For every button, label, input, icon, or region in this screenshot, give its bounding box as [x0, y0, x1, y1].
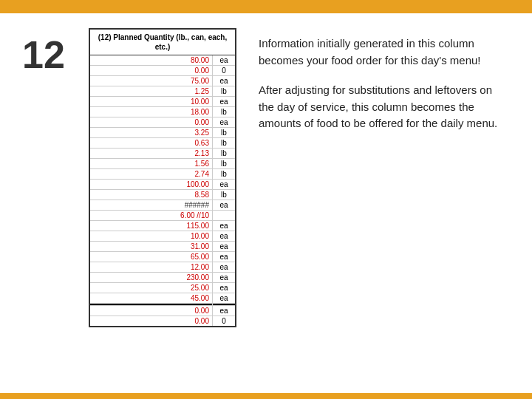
cell-unit: ea	[213, 273, 235, 282]
cell-number: 0.00	[90, 316, 213, 326]
cell-number: 0.00	[90, 117, 213, 127]
table-row: 3.25lb	[90, 128, 235, 138]
cell-number: 3.25	[90, 128, 213, 137]
text-panel: Information initially generated in this …	[259, 28, 510, 146]
cell-number: 31.00	[90, 242, 213, 251]
paragraph-2: After adjusting for substitutions and le…	[259, 82, 510, 132]
cell-unit	[213, 304, 235, 305]
table-row: 31.00ea	[90, 242, 235, 252]
table-row: 8.58lb	[90, 190, 235, 200]
cell-number: 10.00	[90, 97, 213, 106]
cell-number: 0.63	[90, 138, 213, 148]
table-row: 0.00ea	[90, 306, 235, 316]
cell-number: 1.56	[90, 159, 213, 168]
cell-unit: ea	[213, 55, 235, 65]
cell-unit: ea	[213, 252, 235, 262]
cell-number: 0.00	[90, 306, 213, 316]
cell-unit: ea	[213, 306, 235, 316]
table-row: ######ea	[90, 200, 235, 211]
cell-number: 45.00	[90, 293, 213, 303]
table-row: 25.00ea	[90, 283, 235, 293]
table-row: 0.63lb	[90, 138, 235, 149]
cell-number: 2.13	[90, 149, 213, 158]
cell-unit: ea	[213, 76, 235, 86]
paragraph-1: Information initially generated in this …	[259, 35, 510, 69]
table-row: 6.00 //10	[90, 211, 235, 221]
cell-unit: ea	[213, 97, 235, 106]
table-row: 2.74lb	[90, 169, 235, 180]
table-row: 12.00ea	[90, 262, 235, 273]
cell-unit: ea	[213, 242, 235, 251]
table-row: 0.000	[90, 316, 235, 326]
top-bar	[0, 0, 532, 13]
cell-number: 115.00	[90, 221, 213, 231]
main-content: 12 (12) Planned Quantity (lb., can, each…	[0, 13, 532, 342]
table-row: 10.00ea	[90, 97, 235, 107]
table-row: 1.56lb	[90, 159, 235, 169]
slide-number: 12	[22, 35, 66, 74]
table-row: 1.25lb	[90, 86, 235, 97]
cell-unit: lb	[213, 190, 235, 200]
table-row: 100.00ea	[90, 180, 235, 190]
data-table: (12) Planned Quantity (lb., can, each, e…	[89, 28, 236, 327]
cell-number: 8.58	[90, 190, 213, 200]
table-row: 80.00ea	[90, 55, 235, 66]
table-row: 10.00ea	[90, 231, 235, 242]
table-row: 18.00lb	[90, 107, 235, 117]
table-row: 2.13lb	[90, 149, 235, 159]
cell-unit: ea	[213, 283, 235, 293]
table-row: 115.00ea	[90, 221, 235, 231]
table-row: 65.00ea	[90, 252, 235, 262]
cell-number: 10.00	[90, 231, 213, 241]
cell-number: 18.00	[90, 107, 213, 117]
cell-unit: 0	[213, 66, 235, 75]
cell-unit: ea	[213, 200, 235, 210]
cell-unit: lb	[213, 128, 235, 137]
cell-number: 80.00	[90, 55, 213, 65]
cell-number: 100.00	[90, 180, 213, 189]
cell-unit: ea	[213, 180, 235, 189]
bottom-bar	[0, 393, 532, 399]
table-row: 75.00ea	[90, 76, 235, 86]
cell-unit: ea	[213, 117, 235, 127]
cell-unit	[213, 211, 235, 220]
cell-number: 65.00	[90, 252, 213, 262]
cell-number: 6.00 //10	[90, 211, 213, 220]
cell-number: ######	[90, 200, 213, 210]
cell-number	[90, 304, 213, 305]
table-row: 0.000	[90, 66, 235, 76]
cell-unit: ea	[213, 262, 235, 272]
cell-unit: ea	[213, 221, 235, 231]
cell-number: 75.00	[90, 76, 213, 86]
cell-number: 230.00	[90, 273, 213, 282]
cell-unit: ea	[213, 231, 235, 241]
cell-unit: lb	[213, 107, 235, 117]
cell-unit: ea	[213, 293, 235, 303]
cell-unit: lb	[213, 138, 235, 148]
cell-unit: lb	[213, 159, 235, 168]
cell-unit: 0	[213, 316, 235, 326]
cell-number: 12.00	[90, 262, 213, 272]
cell-number: 0.00	[90, 66, 213, 75]
table-header: (12) Planned Quantity (lb., can, each, e…	[90, 30, 235, 55]
cell-number: 25.00	[90, 283, 213, 293]
table-row: 230.00ea	[90, 273, 235, 283]
cell-unit: lb	[213, 86, 235, 96]
cell-unit: lb	[213, 169, 235, 179]
table-row: 45.00ea	[90, 293, 235, 304]
cell-number: 2.74	[90, 169, 213, 179]
table-row: 0.00ea	[90, 117, 235, 128]
cell-number: 1.25	[90, 86, 213, 96]
cell-unit: lb	[213, 149, 235, 158]
